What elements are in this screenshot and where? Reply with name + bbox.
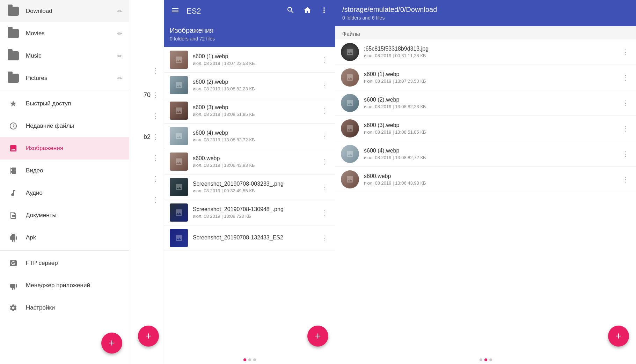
more-icon[interactable] xyxy=(319,5,330,18)
sidebar-item-label: Music xyxy=(26,52,117,59)
file-more-icon[interactable]: ⋮ xyxy=(320,131,330,142)
fab-button-left[interactable]: + xyxy=(101,333,122,354)
sidebar-item-recent[interactable]: Недавние файлы xyxy=(0,115,129,137)
partial-more-6[interactable]: ⋮ xyxy=(129,168,164,189)
sidebar-item-audio[interactable]: Аудио xyxy=(0,182,129,204)
file-thumb xyxy=(341,43,359,61)
sidebar-item-movies[interactable]: Movies ✏ xyxy=(0,22,129,45)
file-item[interactable]: Screenshot_20190708-132433_ES2 ⋮ xyxy=(164,225,335,251)
sidebar-item-download[interactable]: Download ✏ xyxy=(0,0,129,22)
partial-more-7[interactable]: ⋮ xyxy=(129,189,164,210)
edit-icon[interactable]: ✏ xyxy=(117,53,122,59)
sidebar-item-pictures[interactable]: Pictures ✏ xyxy=(0,67,129,89)
file-item[interactable]: s600.webp июл. 08 2019 | 13:06 43,93 КБ … xyxy=(164,149,335,174)
file-more-icon[interactable]: ⋮ xyxy=(320,232,330,244)
clock-icon xyxy=(7,120,20,132)
sidebar-item-apps[interactable]: Менеджер приложений xyxy=(0,274,129,297)
file-name: s600 (2).webp xyxy=(193,79,320,85)
file-item[interactable]: s600 (4).webp июл. 08 2019 | 13:08 82,72… xyxy=(164,124,335,149)
file-thumb xyxy=(170,76,188,94)
image-icon xyxy=(7,142,20,155)
edit-icon[interactable]: ✏ xyxy=(117,8,122,15)
sidebar-item-label: Быстрый доступ xyxy=(26,100,122,107)
sidebar-item-quick-access[interactable]: ★ Быстрый доступ xyxy=(0,92,129,115)
sidebar-item-ftp[interactable]: FTP сервер xyxy=(0,252,129,274)
file-name: s600 (4).webp xyxy=(193,130,320,136)
file-info: s600 (3).webp июл. 08 2019 | 13:08 51,85… xyxy=(193,104,320,117)
partial-more-3[interactable]: ⋮ xyxy=(129,105,164,126)
folder-icon xyxy=(7,5,20,17)
file-info: s600 (3).webp июл. 08 2019 | 13:08 51,85… xyxy=(364,122,621,135)
partial-panel: ⋮ 70⋮ ⋮ b2⋮ ⋮ ⋮ ⋮ + xyxy=(129,0,164,364)
partial-more-2[interactable]: 70⋮ xyxy=(129,84,164,105)
right-file-item[interactable]: s600.webp июл. 08 2019 | 13:06 43,93 КБ … xyxy=(335,167,636,192)
sidebar-item-images[interactable]: Изображения xyxy=(0,137,129,159)
file-more-icon[interactable]: ⋮ xyxy=(621,148,630,159)
partial-more-5[interactable]: ⋮ xyxy=(129,147,164,168)
file-more-icon[interactable]: ⋮ xyxy=(621,123,630,134)
file-more-icon[interactable]: ⋮ xyxy=(320,207,330,218)
file-info: s600.webp июл. 08 2019 | 13:06 43,93 КБ xyxy=(364,173,621,186)
file-more-icon[interactable]: ⋮ xyxy=(621,46,630,58)
edit-icon[interactable]: ✏ xyxy=(117,30,122,37)
divider xyxy=(0,91,129,91)
file-meta: июл. 08 2019 | 13:08 51,85 КБ xyxy=(364,129,621,135)
file-item[interactable]: Screenshot_20190708-130948_.png июл. 08 … xyxy=(164,200,335,225)
sidebar-item-label: Изображения xyxy=(26,145,122,152)
file-more-icon[interactable]: ⋮ xyxy=(621,97,630,109)
folder-icon xyxy=(7,72,20,84)
sidebar-item-apk[interactable]: Apk xyxy=(0,226,129,249)
right-file-item[interactable]: :65c815f53318b9d313.jpg июл. 08 2019 | 0… xyxy=(335,39,636,65)
file-more-icon[interactable]: ⋮ xyxy=(320,54,330,65)
right-panel: /storage/emulated/0/Download 0 folders a… xyxy=(335,0,636,364)
sidebar-item-docs[interactable]: Документы xyxy=(0,204,129,226)
right-section-label: Файлы xyxy=(335,26,636,39)
file-name: s600 (1).webp xyxy=(364,71,621,77)
file-info: s600 (4).webp июл. 08 2019 | 13:08 82,72… xyxy=(193,130,320,142)
file-info: s600 (1).webp июл. 08 2019 | 13:07 23,53… xyxy=(193,53,320,66)
file-item[interactable]: s600 (2).webp июл. 08 2019 | 13:08 82,23… xyxy=(164,73,335,98)
right-file-item[interactable]: s600 (2).webp июл. 08 2019 | 13:08 82,23… xyxy=(335,90,636,116)
pagination-dot-1 xyxy=(243,358,246,361)
file-name: s600 (1).webp xyxy=(193,53,320,60)
file-item[interactable]: Screenshot_20190708-003233_.png июл. 08 … xyxy=(164,174,335,200)
fab-button-right[interactable]: + xyxy=(608,326,629,347)
sidebar-item-settings[interactable]: Настройки xyxy=(0,297,129,319)
file-more-icon[interactable]: ⋮ xyxy=(621,72,630,83)
right-file-item[interactable]: s600 (4).webp июл. 08 2019 | 13:08 82,72… xyxy=(335,141,636,167)
apk-icon xyxy=(7,231,20,244)
file-more-icon[interactable]: ⋮ xyxy=(320,156,330,167)
right-file-item[interactable]: s600 (1).webp июл. 08 2019 | 13:07 23,53… xyxy=(335,65,636,90)
section-title: Изображения xyxy=(170,27,330,35)
file-info: :65c815f53318b9d313.jpg июл. 08 2019 | 0… xyxy=(364,46,621,58)
file-more-icon[interactable]: ⋮ xyxy=(621,174,630,185)
edit-icon[interactable]: ✏ xyxy=(117,75,122,82)
home-icon[interactable] xyxy=(302,5,313,18)
file-meta: июл. 08 2019 | 13:08 51,85 КБ xyxy=(193,112,320,117)
fab-button-middle[interactable]: + xyxy=(307,326,328,347)
file-more-icon[interactable]: ⋮ xyxy=(320,105,330,116)
file-meta: июл. 08 2019 | 13:06 43,93 КБ xyxy=(364,180,621,186)
fab-button-partial[interactable]: + xyxy=(138,326,159,347)
file-info: s600 (2).webp июл. 08 2019 | 13:08 82,23… xyxy=(364,97,621,109)
sidebar-item-music[interactable]: Music ✏ xyxy=(0,45,129,67)
partial-more-4[interactable]: b2⋮ xyxy=(129,126,164,147)
file-more-icon[interactable]: ⋮ xyxy=(320,181,330,193)
file-more-icon[interactable]: ⋮ xyxy=(320,80,330,91)
fab-partial: + xyxy=(138,326,159,347)
right-header-info: 0 folders and 6 files xyxy=(342,15,629,21)
sidebar-item-label: Документы xyxy=(26,212,122,219)
file-item[interactable]: s600 (1).webp июл. 08 2019 | 13:07 23,53… xyxy=(164,47,335,73)
app-title: ES2 xyxy=(187,7,279,16)
file-name: s600.webp xyxy=(193,155,320,162)
file-thumb xyxy=(341,145,359,163)
menu-icon[interactable] xyxy=(170,5,181,18)
search-icon[interactable] xyxy=(285,5,296,18)
file-item[interactable]: s600 (3).webp июл. 08 2019 | 13:08 51,85… xyxy=(164,98,335,124)
sidebar-item-label: Download xyxy=(26,8,117,15)
ftp-icon xyxy=(7,257,20,269)
right-file-item[interactable]: s600 (3).webp июл. 08 2019 | 13:08 51,85… xyxy=(335,116,636,141)
sidebar-item-video[interactable]: Видео xyxy=(0,159,129,182)
file-meta: июл. 08 2019 | 13:08 82,23 КБ xyxy=(193,86,320,91)
partial-more-1[interactable]: ⋮ xyxy=(129,0,164,81)
